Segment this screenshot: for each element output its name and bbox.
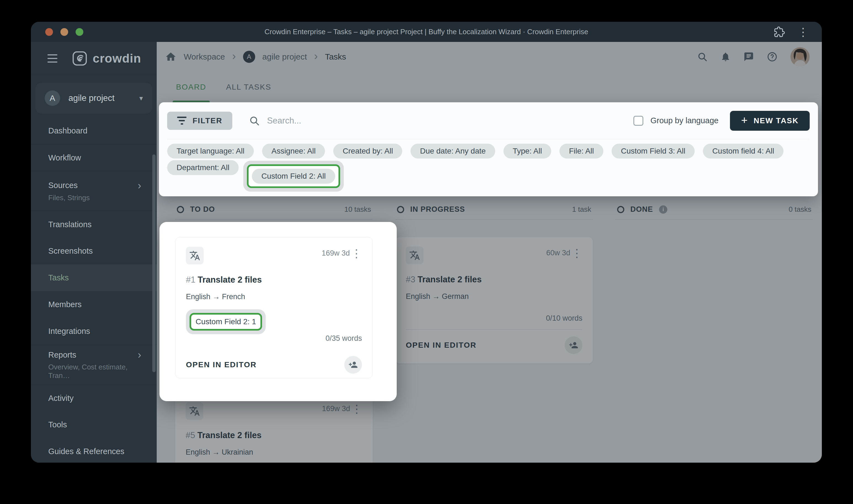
extensions-puzzle-icon[interactable] (774, 26, 785, 37)
sidebar-item-sublabel: Files, Strings (48, 194, 141, 202)
sidebar-item-sources[interactable]: Sources› Files, Strings (31, 171, 157, 211)
filter-chip-custom-field-3[interactable]: Custom Field 3: All (612, 144, 695, 159)
assign-user-button[interactable] (344, 356, 362, 374)
task-id: #1 (186, 275, 195, 285)
filter-button[interactable]: FILTER (167, 112, 232, 130)
custom-field-label: Custom Field 2: 1 (191, 314, 260, 329)
filter-chips-row: Target language: All Assignee: All Creat… (167, 139, 810, 192)
filter-chip-assignee[interactable]: Assignee: All (262, 144, 325, 159)
task-word-progress: 0/35 words (186, 334, 362, 343)
group-by-language-checkbox[interactable] (633, 116, 643, 126)
hamburger-menu-icon[interactable] (48, 54, 57, 62)
task-age: 169w 3d (322, 249, 350, 257)
project-name: agile project (68, 93, 115, 103)
search-input[interactable] (267, 116, 515, 126)
filter-chip-due-date[interactable]: Due date: Any date (411, 144, 495, 159)
project-avatar: A (45, 90, 60, 106)
sidebar-scrollbar[interactable] (152, 155, 156, 372)
sidebar-item-guides[interactable]: Guides & References (31, 438, 157, 463)
sidebar-item-sublabel: Overview, Cost estimate, Tran… (48, 363, 141, 380)
browser-window: Crowdin Enterprise – Tasks – agile proje… (31, 22, 822, 463)
search-icon (249, 115, 260, 126)
open-in-editor-button[interactable]: OPEN IN EDITOR (186, 360, 257, 369)
sidebar: crowdin A agile project ▾ Dashboard Work… (31, 42, 157, 463)
plus-icon: + (741, 115, 747, 126)
window-titlebar: Crowdin Enterprise – Tasks – agile proje… (31, 22, 822, 42)
sidebar-item-dashboard[interactable]: Dashboard (31, 118, 157, 144)
traffic-lights (45, 28, 83, 36)
filter-chip-created-by[interactable]: Created by: All (333, 144, 402, 159)
sidebar-item-screenshots[interactable]: Screenshots (31, 238, 157, 265)
filter-panel: FILTER Group by language (159, 102, 818, 196)
filter-chip-custom-field-2[interactable]: Custom Field 2: All (252, 169, 335, 184)
browser-menu-kebab-icon[interactable]: ⋮ (798, 26, 808, 37)
main-content: Workspace › A agile project › Tasks (157, 42, 822, 463)
close-window-button[interactable] (45, 28, 53, 36)
tour-highlight-ring: Custom Field 2: 1 (190, 313, 262, 330)
crowdin-logo-icon (72, 51, 88, 67)
minimize-window-button[interactable] (60, 28, 68, 36)
sidebar-item-members[interactable]: Members (31, 291, 157, 318)
crowdin-logo-text: crowdin (93, 52, 141, 65)
sidebar-item-workflow[interactable]: Workflow (31, 144, 157, 171)
sidebar-item-tools[interactable]: Tools (31, 411, 157, 438)
group-by-language-label: Group by language (650, 116, 719, 125)
filter-chip-target-language[interactable]: Target language: All (167, 144, 254, 159)
tour-highlight-ring: Custom Field 2: All (247, 164, 340, 188)
filter-chip-file[interactable]: File: All (559, 144, 603, 159)
translate-task-icon (186, 247, 204, 265)
filter-chip-custom-field-4[interactable]: Custom field 4: All (703, 144, 783, 159)
chevron-right-icon: › (138, 180, 141, 191)
task-title: Translate 2 files (197, 275, 262, 285)
new-task-button[interactable]: + NEW TASK (730, 111, 810, 131)
screenshot-stage: Crowdin Enterprise – Tasks – agile proje… (0, 0, 853, 504)
crowdin-logo[interactable]: crowdin (72, 51, 141, 67)
tour-highlight-halo: Custom Field 2: All (243, 161, 344, 192)
task-language-pair: English → French (186, 292, 362, 301)
sidebar-nav: Dashboard Workflow Sources› Files, Strin… (31, 118, 157, 463)
sidebar-item-integrations[interactable]: Integrations (31, 318, 157, 345)
sidebar-item-activity[interactable]: Activity (31, 384, 157, 411)
task-menu-kebab-icon[interactable]: ⋮ (350, 248, 362, 259)
chevron-down-icon: ▾ (139, 94, 143, 103)
tour-popover: 169w 3d ⋮ #1Translate 2 files English → … (159, 222, 397, 401)
window-title: Crowdin Enterprise – Tasks – agile proje… (264, 28, 588, 36)
zoom-window-button[interactable] (75, 28, 83, 36)
filter-chip-department[interactable]: Department: All (167, 160, 239, 175)
sidebar-item-tasks[interactable]: Tasks (31, 265, 157, 291)
filter-chip-type[interactable]: Type: All (503, 144, 552, 159)
tour-highlight-halo: Custom Field 2: 1 (186, 309, 266, 334)
sidebar-item-translations[interactable]: Translations (31, 211, 157, 238)
project-selector[interactable]: A agile project ▾ (35, 83, 152, 113)
filter-icon (177, 116, 187, 125)
sidebar-item-reports[interactable]: Reports› Overview, Cost estimate, Tran… (31, 345, 157, 384)
chevron-right-icon: › (138, 349, 141, 360)
task-card-1[interactable]: 169w 3d ⋮ #1Translate 2 files English → … (175, 237, 373, 378)
